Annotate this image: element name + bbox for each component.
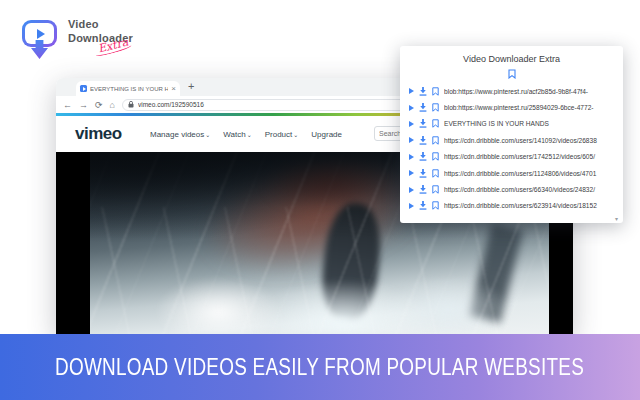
download-url[interactable]: https://cdn.dribbble.com/users/1124806/v… — [444, 170, 620, 177]
download-item: EVERYTHING IS IN YOUR HANDS — [409, 116, 620, 132]
promo-screenshot: Video Downloader Extra EVERYTHING IS IN … — [0, 0, 640, 400]
download-item: https://cdn.dribbble.com/users/141092/vi… — [409, 132, 620, 148]
tab-close-icon[interactable]: × — [171, 85, 176, 93]
brand-name-line1: Video — [68, 18, 133, 32]
download-url[interactable]: https://cdn.dribbble.com/users/1742512/v… — [444, 153, 620, 160]
home-icon[interactable]: ⌂ — [110, 100, 115, 110]
tab-favicon-icon — [80, 85, 87, 92]
download-item: https://cdn.dribbble.com/users/623914/vi… — [409, 198, 620, 214]
chevron-down-icon: ⌄ — [205, 132, 210, 138]
download-icon[interactable] — [419, 185, 427, 194]
download-item: https://cdn.dribbble.com/users/66340/vid… — [409, 181, 620, 197]
back-icon[interactable]: ← — [63, 100, 72, 110]
download-icon[interactable] — [419, 169, 427, 178]
bookmark-icon[interactable] — [432, 136, 439, 145]
promo-banner-text: DOWNLOAD VIDEOS EASILY FROM POPULAR WEBS… — [56, 353, 585, 382]
promo-banner: DOWNLOAD VIDEOS EASILY FROM POPULAR WEBS… — [0, 334, 640, 400]
reload-icon[interactable]: ⟳ — [95, 100, 103, 110]
play-icon[interactable] — [409, 121, 414, 127]
download-icon[interactable] — [419, 152, 427, 161]
download-url[interactable]: https://cdn.dribbble.com/users/623914/vi… — [444, 202, 620, 209]
bookmark-icon[interactable] — [432, 185, 439, 194]
download-url[interactable]: https://cdn.dribbble.com/users/66340/vid… — [444, 186, 620, 193]
download-url[interactable]: blob:https://www.pinterest.ru/25894029-6… — [444, 104, 620, 111]
download-icon[interactable] — [419, 136, 427, 145]
extension-popup: Video Downloader Extra blob:https://www.… — [400, 46, 623, 223]
nav-upgrade[interactable]: Upgrade — [311, 130, 342, 139]
bookmark-icon[interactable] — [432, 87, 439, 96]
brand-logo: Video Downloader Extra — [22, 18, 202, 70]
download-item: blob:https://www.pinterest.ru/25894029-6… — [409, 99, 620, 115]
popup-title: Video Downloader Extra — [400, 54, 623, 64]
nav-watch[interactable]: Watch⌄ — [223, 130, 251, 139]
bookmark-icon[interactable] — [432, 103, 439, 112]
download-url[interactable]: https://cdn.dribbble.com/users/141092/vi… — [444, 137, 620, 144]
play-icon[interactable] — [409, 187, 414, 193]
download-icon[interactable] — [419, 103, 427, 112]
chevron-down-icon: ⌄ — [293, 132, 298, 138]
play-icon[interactable] — [409, 88, 414, 94]
nav-manage-videos[interactable]: Manage videos⌄ — [150, 130, 210, 139]
download-url[interactable]: blob:https://www.pinterest.ru/acf2b85d-9… — [444, 88, 620, 95]
download-item: https://cdn.dribbble.com/users/1742512/v… — [409, 149, 620, 165]
bookmark-icon[interactable] — [432, 169, 439, 178]
play-icon[interactable] — [409, 105, 414, 111]
download-item: https://cdn.dribbble.com/users/1124806/v… — [409, 165, 620, 181]
forward-icon[interactable]: → — [79, 100, 88, 110]
play-icon[interactable] — [409, 170, 414, 176]
download-url[interactable]: EVERYTHING IS IN YOUR HANDS — [444, 120, 620, 127]
chevron-down-icon: ⌄ — [247, 132, 252, 138]
download-icon[interactable] — [419, 201, 427, 210]
tab-title: EVERYTHING IS IN YOUR HANDS — [90, 86, 168, 92]
new-tab-button[interactable]: + — [188, 80, 194, 92]
lock-icon — [128, 101, 134, 108]
scroll-down-icon[interactable]: ▾ — [615, 215, 618, 222]
download-icon[interactable] — [419, 119, 427, 128]
download-icon[interactable] — [419, 87, 427, 96]
play-icon — [37, 29, 45, 39]
play-icon[interactable] — [409, 137, 414, 143]
browser-tab[interactable]: EVERYTHING IS IN YOUR HANDS × — [76, 81, 180, 96]
play-icon[interactable] — [409, 154, 414, 160]
bookmark-icon[interactable] — [432, 119, 439, 128]
nav-product[interactable]: Product⌄ — [265, 130, 299, 139]
download-item: blob:https://www.pinterest.ru/acf2b85d-9… — [409, 83, 620, 99]
vimeo-nav: Manage videos⌄ Watch⌄ Product⌄ Upgrade — [150, 130, 342, 139]
bookmark-filter-icon[interactable] — [508, 69, 516, 79]
bookmark-icon[interactable] — [432, 152, 439, 161]
download-list: blob:https://www.pinterest.ru/acf2b85d-9… — [409, 83, 620, 214]
vimeo-logo[interactable]: vimeo — [75, 124, 122, 144]
bookmark-icon[interactable] — [432, 201, 439, 210]
play-icon[interactable] — [409, 203, 414, 209]
